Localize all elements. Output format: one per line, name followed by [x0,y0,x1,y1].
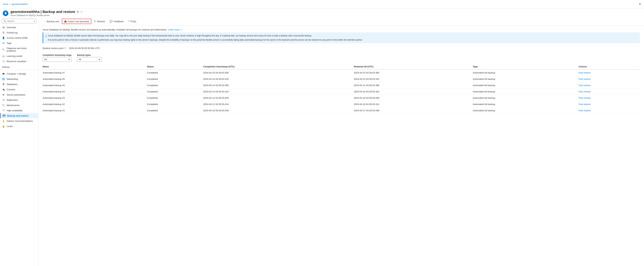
fast-restore-link[interactable]: Fast restore [579,71,591,74]
backup-type-select[interactable]: All ▾ [77,57,102,62]
backup-type-filter-group: Backup types All ▾ [77,54,102,62]
backup-type: Automated full backup [473,107,579,114]
sidebar-item-advisor[interactable]: 💡 Advisor recommendations [0,118,38,123]
sidebar-item-diagnose[interactable]: 🔧 Diagnose and solve problems [0,46,38,53]
backup-retained: 2024-04-21 04:30:03.495 [354,82,473,89]
sidebar-item-activity-log[interactable]: ☰ Activity log [0,30,38,35]
nav-section-label: Settings [0,64,38,69]
backup-action[interactable]: Fast restore [579,107,640,114]
search-box[interactable]: 🔍 « [2,19,36,23]
sidebar-item-resource-viz[interactable]: ⬡ Resource visualizer [0,59,38,64]
export-now-button[interactable]: 📤 Export now (preview) [62,19,92,24]
sidebar-item-databases[interactable]: 🗄 Databases [0,82,38,87]
fast-restore-link[interactable]: Fast restore [579,84,591,87]
col-header-type: Type [473,64,579,69]
restore-point-info-icon: ⓘ [64,47,66,50]
sidebar-item-connect[interactable]: 🔌 Connect [0,87,38,92]
lightbulb-icon: 💡 [2,119,5,122]
refresh-button[interactable]: ↻ Refresh [92,19,107,24]
learn-more-link[interactable]: Learn more [168,28,180,31]
sidebar-item-learning[interactable]: 📖 Learning center [0,53,38,59]
backup-type: Automated full backup [473,89,579,95]
table-row: Automated backup #3 Completed 2024-04-12… [43,95,640,101]
breadcrumb-resource: georestorewithha [12,3,28,6]
gear-icon: 🔧 [2,104,5,106]
more-icon[interactable]: ··· [80,10,83,14]
fast-restore-link[interactable]: Fast restore [579,109,591,112]
sidebar-item-backup-restore[interactable]: 💾 Backup and restore [0,113,38,118]
backup-name: Automated backup #3 [43,95,147,101]
breadcrumb-separator: > [10,3,11,6]
backup-action[interactable]: Fast restore [579,69,640,76]
search-input[interactable] [7,20,32,22]
backup-name: Automated backup #5 [43,82,147,89]
backup-type: Automated full backup [473,82,579,89]
fast-restore-link[interactable]: Fast restore [579,103,591,105]
sidebar-item-networking[interactable]: 🌐 Networking [0,76,38,82]
sidebar-item-label: High availability [7,109,22,112]
sidebar-item-label: Server parameters [7,93,26,96]
table-header: NameStatusCompletion timestamp (UTC)↓Ret… [43,64,640,69]
backup-action[interactable]: Fast restore [579,101,640,107]
sidebar-item-locks[interactable]: 🔒 Locks [0,123,38,129]
content-area: ↑ Backup now 📤 Export now (preview) ↻ Re… [38,17,644,266]
fast-restore-link[interactable]: Fast restore [579,90,591,93]
backup-status: Completed [147,101,203,107]
fast-restore-link[interactable]: Fast restore [579,97,591,99]
sidebar-item-label: Compute + storage [7,72,26,75]
backup-name: Automated backup #1 [43,107,147,114]
sidebar-item-label: Advisor recommendations [7,120,33,122]
fast-restore-link[interactable]: Fast restore [579,78,591,80]
backup-retained: 2024-04-20 04:30:03.424 [354,89,473,95]
close-button[interactable]: ✕ [638,2,641,6]
toolbar: ↑ Backup now 📤 Export now (preview) ↻ Re… [38,17,644,26]
feedback-button[interactable]: 💬 Feedback [108,19,126,24]
sidebar-item-iam[interactable]: 👤 Access control (IAM) [0,35,38,40]
sidebar-item-label: Diagnose and solve problems [7,47,36,52]
backup-completion: 2024-04-16 04:30:03.450 [203,69,354,76]
diagram-icon: ⬡ [2,60,5,63]
backup-retained: 2024-04-17 04:30:03.548 [354,107,473,114]
collapse-sidebar-button[interactable]: « [34,20,35,22]
main-layout: 🔍 « ⊞ Overview ☰ Activity log 👤 Access c… [0,17,644,266]
network-icon: 🌐 [2,78,5,80]
faqs-button[interactable]: ? FAQs [126,19,138,24]
tag-icon: 🏷 [2,42,5,44]
restore-point-row: Earliest restore point ⓘ 2024-04-09 05:0… [38,46,644,52]
breadcrumb-home[interactable]: Home [3,3,8,6]
sidebar-item-tags[interactable]: 🏷 Tags [0,40,38,46]
backup-type: Automated full backup [473,69,579,76]
backup-type: Automated full backup [473,76,579,82]
backup-action[interactable]: Fast restore [579,89,640,95]
col-header-completion_timestamp[interactable]: Completion timestamp (UTC)↓ [203,64,354,69]
sidebar-item-replication[interactable]: ⟲ Replication [0,97,38,102]
page-title: georestorewithha | Backup and restore ☆ … [10,10,83,14]
table-row: Automated backup #5 Completed 2024-04-14… [43,82,640,89]
backup-action[interactable]: Fast restore [579,82,640,89]
feedback-icon: 💬 [110,20,112,23]
sort-icon: ↓ [235,66,236,68]
sidebar-item-server-params[interactable]: ⚙ Server parameters [0,92,38,97]
backup-action[interactable]: Fast restore [579,95,640,101]
favorite-icon[interactable]: ☆ [76,10,79,14]
backup-completion: 2024-04-15 04:30:03.532 [203,76,354,82]
sidebar-item-label: Activity log [7,31,18,34]
backup-completion: 2024-04-13 04:30:03.424 [203,89,354,95]
backup-name: Automated backup #4 [43,89,147,95]
sidebar-item-high-availability[interactable]: 🛡 High availability [0,108,38,113]
timestamp-filter-select[interactable]: All ▾ [43,57,72,62]
backup-status: Completed [147,69,203,76]
sidebar-item-label: Learning center [7,55,22,57]
database-icon: 🗄 [2,83,5,86]
backup-now-button[interactable]: ↑ Backup now [43,19,61,24]
info-icon: ℹ [46,34,46,42]
backup-retained: 2024-04-18 04:30:03.414 [354,101,473,107]
backup-name: Automated backup #7 [43,69,147,76]
sidebar-item-compute[interactable]: 💻 Compute + storage [0,71,38,76]
filters-row: Completion timestamp range All ▾ Backup … [38,52,644,64]
sidebar-item-maintenance[interactable]: 🔧 Maintenance [0,102,38,108]
backup-type: Automated full backup [473,95,579,101]
backup-action[interactable]: Fast restore [579,76,640,82]
sidebar-item-overview[interactable]: ⊞ Overview [0,25,38,30]
backup-name: Automated backup #2 [43,101,147,107]
